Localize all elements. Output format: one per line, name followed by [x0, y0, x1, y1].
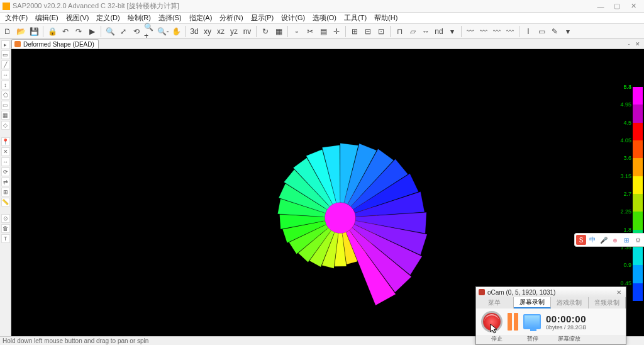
- yz-button[interactable]: yz: [228, 25, 240, 38]
- wave2-button[interactable]: 〰: [477, 25, 490, 38]
- menu-帮助[interactable]: 帮助(H): [370, 13, 401, 23]
- run-button[interactable]: ▶: [86, 25, 98, 38]
- menu-视图[interactable]: 视图(V): [62, 13, 93, 23]
- tool-cross[interactable]: ✕: [1, 147, 10, 156]
- frame-button[interactable]: ⊓: [393, 25, 406, 38]
- wave3-button[interactable]: 〰: [491, 25, 503, 38]
- zoom-prev-button[interactable]: ⟲: [130, 25, 143, 38]
- tool-mirror[interactable]: ⇄: [1, 178, 10, 186]
- ocam-record-button[interactable]: [481, 311, 502, 332]
- tool-rotate[interactable]: ⟳: [1, 167, 10, 176]
- menu-工具[interactable]: 工具(T): [340, 13, 370, 23]
- gear-button[interactable]: ⚙: [633, 235, 643, 245]
- toggle-b-button[interactable]: ⊟: [362, 25, 374, 38]
- toggle-c-button[interactable]: ⊡: [375, 25, 387, 38]
- 3d-button[interactable]: 3d: [188, 25, 201, 38]
- legend-segment: 4.05: [633, 140, 643, 158]
- maximize-button[interactable]: ▢: [609, 1, 625, 12]
- menu-文件[interactable]: 文件(F): [1, 13, 31, 23]
- tool-text[interactable]: T: [1, 234, 10, 243]
- ocam-resolution-button[interactable]: [523, 314, 541, 329]
- legend-label: 4.05: [620, 137, 631, 144]
- tool-quad[interactable]: ◇: [1, 121, 10, 130]
- wave1-button[interactable]: 〰: [464, 25, 477, 38]
- tool-del[interactable]: 🗑: [1, 224, 10, 233]
- pan-button[interactable]: ✋: [170, 25, 182, 38]
- xy-button[interactable]: xy: [201, 25, 214, 38]
- save-button[interactable]: 💾: [28, 25, 40, 38]
- nd-button[interactable]: nd: [433, 25, 445, 38]
- ocam-recorder-window[interactable]: oCam (0, 5, 1920, 1031) ✕ 菜单屏幕录制游戏录制音频录制…: [475, 286, 626, 345]
- open-button[interactable]: 📂: [14, 25, 27, 38]
- object-shrink-button[interactable]: ▫: [291, 25, 303, 38]
- legend-segment: 0.9: [633, 265, 643, 283]
- ocam-tab-0[interactable]: 菜单: [476, 297, 514, 308]
- legend-label: 3.6: [623, 155, 631, 161]
- menu-分析[interactable]: 分析(N): [216, 13, 247, 23]
- link-button[interactable]: ↔: [419, 25, 432, 38]
- tool-pin[interactable]: 📍: [1, 137, 10, 146]
- ocam-title-bar[interactable]: oCam (0, 5, 1920, 1031) ✕: [476, 287, 626, 297]
- new-doc-button[interactable]: 🗋: [1, 25, 14, 38]
- minimize-button[interactable]: —: [592, 1, 609, 12]
- view-tab-deformed[interactable]: Deformed Shape (DEAD): [11, 39, 99, 48]
- I-button[interactable]: I: [522, 25, 535, 38]
- tool-dim1[interactable]: ↔: [1, 71, 10, 79]
- ocam-close-button[interactable]: ✕: [614, 288, 623, 296]
- show-grid-button[interactable]: ▤: [317, 25, 330, 38]
- s-logo-button[interactable]: S: [576, 235, 586, 245]
- status-hint: Hold down left mouse button and drag to …: [3, 337, 148, 344]
- edit-button[interactable]: ✎: [548, 25, 561, 38]
- tool-array[interactable]: ⊞: [1, 188, 10, 196]
- menu-编辑[interactable]: 编辑(E): [31, 13, 62, 23]
- nv-button[interactable]: nv: [241, 25, 253, 38]
- tool-marquee[interactable]: ▭: [1, 50, 10, 59]
- assign-dropdown-button[interactable]: ▾: [446, 25, 458, 38]
- show-axes-button[interactable]: ✛: [330, 25, 343, 38]
- ocam-stats: 00:00:00 0bytes / 28.2GB: [546, 314, 587, 331]
- zoom-in-button[interactable]: 🔍+: [143, 25, 156, 38]
- panel-minimize[interactable]: -: [625, 40, 633, 48]
- wave4-button[interactable]: 〰: [504, 25, 516, 38]
- tool-pin2[interactable]: ⊙: [1, 214, 10, 223]
- tool-line[interactable]: ╱: [1, 60, 10, 69]
- tool-rect[interactable]: ▭: [1, 101, 10, 110]
- menu-指定[interactable]: 指定(A): [186, 13, 216, 23]
- china-button[interactable]: 中: [587, 235, 597, 245]
- grid-button[interactable]: ⊞: [621, 235, 631, 245]
- design-dropdown-button[interactable]: ▾: [562, 25, 574, 38]
- tool-pointer[interactable]: ▸: [1, 40, 10, 49]
- xz-button[interactable]: xz: [214, 25, 227, 38]
- ocam-pause-button[interactable]: [508, 313, 518, 331]
- ocam-tab-1[interactable]: 屏幕录制: [514, 297, 552, 308]
- menu-选项[interactable]: 选项(O): [309, 13, 340, 23]
- mic-button[interactable]: 🎤: [599, 235, 609, 245]
- menu-绘制[interactable]: 绘制(R): [124, 13, 155, 23]
- box-button[interactable]: ▭: [535, 25, 548, 38]
- undo-button[interactable]: ↶: [59, 25, 72, 38]
- solid-button[interactable]: ▦: [272, 25, 285, 38]
- zoom-extents-button[interactable]: ⤢: [117, 25, 130, 38]
- lock-button[interactable]: 🔒: [46, 25, 58, 38]
- zoom-window-button[interactable]: 🔍: [104, 25, 116, 38]
- ocam-tab-2[interactable]: 游戏录制: [551, 297, 589, 308]
- shell-button[interactable]: ▱: [406, 25, 419, 38]
- tool-poly[interactable]: ⬠: [1, 91, 10, 99]
- ocam-tab-3[interactable]: 音频录制: [589, 297, 626, 308]
- face-button[interactable]: ☻: [610, 235, 620, 245]
- tool-hatch[interactable]: ▦: [1, 111, 10, 120]
- zoom-out-button[interactable]: 🔍-: [157, 25, 169, 38]
- tool-move[interactable]: ↔: [1, 157, 10, 166]
- menu-显示[interactable]: 显示(P): [247, 13, 278, 23]
- tool-tape[interactable]: 📏: [1, 198, 10, 206]
- panel-close[interactable]: ✕: [634, 40, 641, 48]
- section-cut-button[interactable]: ✂: [304, 25, 316, 38]
- menu-定义[interactable]: 定义(D): [92, 13, 123, 23]
- refresh-button[interactable]: ↻: [259, 25, 272, 38]
- menu-设计[interactable]: 设计(G): [277, 13, 309, 23]
- tool-dim2[interactable]: ↕: [1, 81, 10, 89]
- redo-button[interactable]: ↷: [72, 25, 85, 38]
- close-button[interactable]: ✕: [625, 1, 641, 12]
- toggle-a-button[interactable]: ⊞: [348, 25, 361, 38]
- menu-选择[interactable]: 选择(S): [155, 13, 186, 23]
